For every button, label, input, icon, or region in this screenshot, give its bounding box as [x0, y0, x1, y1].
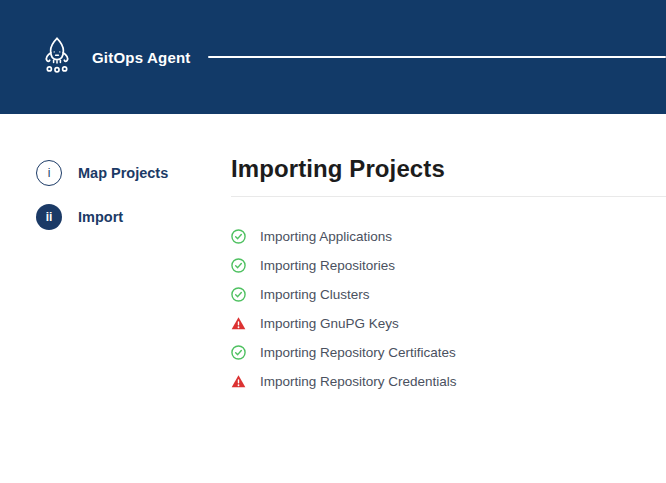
- status-item: Importing Repository Certificates: [231, 345, 666, 360]
- step-import[interactable]: ii Import: [36, 204, 231, 230]
- status-item: Importing GnuPG Keys: [231, 316, 666, 331]
- status-item: Importing Applications: [231, 229, 666, 244]
- status-label: Importing Repository Credentials: [260, 374, 457, 389]
- status-item: Importing Clusters: [231, 287, 666, 302]
- step-index-icon: i: [36, 160, 62, 186]
- status-label: Importing Repositories: [260, 258, 395, 273]
- octopus-logo-icon: [40, 35, 74, 79]
- status-item: Importing Repositories: [231, 258, 666, 273]
- header-divider-line: [208, 56, 666, 58]
- check-circle-icon: [231, 287, 246, 302]
- check-circle-icon: [231, 229, 246, 244]
- app-title: GitOps Agent: [92, 49, 191, 66]
- status-label: Importing Clusters: [260, 287, 370, 302]
- status-label: Importing GnuPG Keys: [260, 316, 399, 331]
- check-circle-icon: [231, 258, 246, 273]
- status-label: Importing Applications: [260, 229, 392, 244]
- import-status-list: Importing Applications Importing Reposit…: [231, 229, 666, 389]
- title-divider: [231, 196, 666, 197]
- step-label: Import: [78, 209, 123, 225]
- step-label: Map Projects: [78, 165, 168, 181]
- app-header: GitOps Agent: [0, 0, 666, 114]
- main-content: Importing Projects Importing Application…: [231, 114, 666, 403]
- status-label: Importing Repository Certificates: [260, 345, 456, 360]
- status-item: Importing Repository Credentials: [231, 374, 666, 389]
- wizard-sidebar: i Map Projects ii Import: [0, 114, 231, 403]
- step-map-projects[interactable]: i Map Projects: [36, 160, 231, 186]
- warning-triangle-icon: [231, 374, 246, 389]
- step-index-icon: ii: [36, 204, 62, 230]
- warning-triangle-icon: [231, 316, 246, 331]
- check-circle-icon: [231, 345, 246, 360]
- page-title: Importing Projects: [231, 155, 666, 183]
